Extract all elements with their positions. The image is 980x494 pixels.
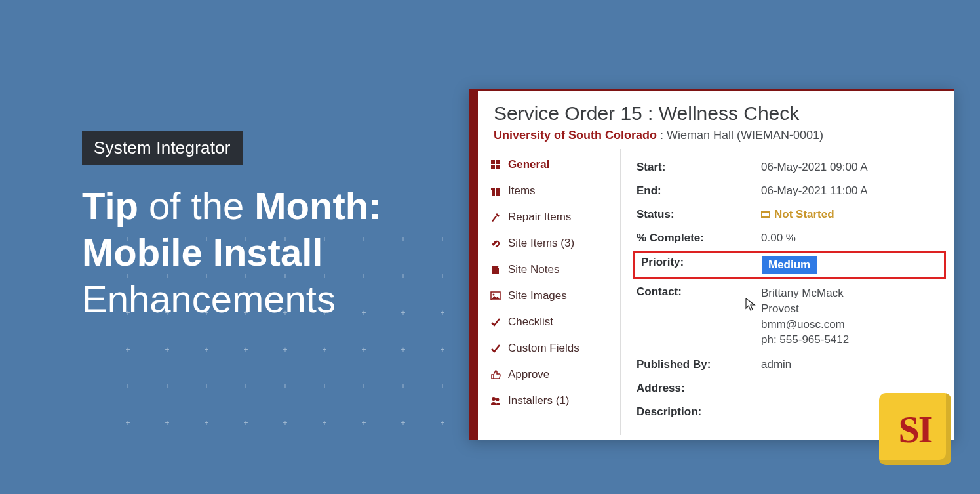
label-address: Address:	[637, 382, 761, 395]
sidebar-item-label: Installers (1)	[508, 394, 570, 407]
plus-icon: +	[439, 346, 446, 353]
plus-icon: +	[400, 236, 406, 243]
app-screenshot: Service Order 15 : Wellness Check Univer…	[469, 89, 954, 440]
plus-icon: +	[400, 383, 406, 390]
value-pct: 0.00 %	[761, 232, 954, 245]
field-status: Status: Not Started	[637, 203, 954, 226]
sidebar: GeneralItemsRepair ItemsSite Items (3)Si…	[478, 149, 621, 435]
app-header: Service Order 15 : Wellness Check Univer…	[478, 91, 954, 149]
headline-word-tip: Tip	[82, 184, 138, 227]
status-badge[interactable]: Not Started	[761, 208, 834, 221]
thumb-icon	[490, 369, 501, 381]
plus-icon: +	[203, 383, 210, 390]
sidebar-item-custom-fields[interactable]: Custom Fields	[478, 335, 620, 361]
plus-icon: +	[361, 383, 367, 390]
field-contact: Contact: Brittany McMack Provost bmm@uos…	[637, 280, 954, 353]
status-box-icon	[761, 211, 770, 218]
link-icon	[490, 237, 501, 249]
value-published: admin	[761, 358, 954, 371]
contact-title: Provost	[761, 301, 954, 317]
sidebar-item-label: Custom Fields	[508, 342, 579, 355]
breadcrumb: University of South Colorado : Wieman Ha…	[494, 129, 939, 142]
image-icon	[490, 290, 501, 302]
sidebar-item-items[interactable]: Items	[478, 178, 620, 204]
plus-icon: +	[125, 346, 131, 353]
detail-panel: Start: 06-May-2021 09:00 A End: 06-May-2…	[621, 149, 954, 435]
plus-icon: +	[439, 383, 446, 390]
sidebar-item-general[interactable]: General	[478, 152, 620, 178]
plus-icon: +	[282, 420, 288, 426]
plus-icon: +	[164, 346, 170, 353]
svg-rect-1	[496, 160, 500, 164]
svg-rect-6	[495, 186, 496, 196]
check-icon	[490, 316, 501, 328]
sidebar-item-installers-1[interactable]: Installers (1)	[478, 388, 620, 414]
svg-rect-0	[491, 160, 495, 164]
plus-icon: +	[282, 346, 288, 353]
field-priority-highlighted: Priority: Medium	[633, 251, 946, 279]
label-end: End:	[637, 184, 761, 197]
sidebar-item-site-notes[interactable]: Site Notes	[478, 257, 620, 283]
sidebar-item-site-items-3[interactable]: Site Items (3)	[478, 230, 620, 257]
org-link[interactable]: University of South Colorado	[494, 129, 657, 142]
label-pct: % Complete:	[637, 232, 761, 245]
sidebar-item-label: Checklist	[508, 316, 553, 329]
sidebar-item-approve[interactable]: Approve	[478, 361, 620, 388]
svg-rect-3	[496, 165, 500, 169]
label-description: Description:	[637, 405, 761, 419]
plus-icon: +	[282, 383, 288, 390]
check-icon	[490, 342, 501, 354]
label-published: Published By:	[637, 358, 761, 371]
plus-icon: +	[400, 310, 406, 316]
plus-icon: +	[125, 383, 131, 390]
label-contact: Contact:	[637, 285, 761, 348]
svg-point-10	[496, 398, 500, 401]
plus-icon: +	[439, 310, 446, 316]
sidebar-item-site-images[interactable]: Site Images	[478, 283, 620, 309]
field-percent-complete: % Complete: 0.00 %	[637, 226, 954, 250]
plus-icon: +	[164, 383, 170, 390]
priority-badge[interactable]: Medium	[762, 256, 817, 274]
promo-graphic: ++++++++++++++++++++++++++++++++++++++++…	[0, 0, 980, 494]
label-start: Start:	[637, 161, 761, 174]
field-end: End: 06-May-2021 11:00 A	[637, 179, 954, 203]
plus-icon: +	[321, 420, 328, 426]
grid-icon	[490, 159, 501, 171]
sidebar-item-checklist[interactable]: Checklist	[478, 309, 620, 335]
value-end: 06-May-2021 11:00 A	[761, 184, 954, 197]
svg-rect-2	[491, 165, 495, 169]
plus-icon: +	[439, 236, 446, 243]
sidebar-item-label: Site Notes	[508, 263, 559, 276]
headline-word-ofthe: of the	[138, 184, 254, 227]
svg-point-9	[492, 397, 496, 401]
sidebar-item-label: Approve	[508, 368, 549, 381]
field-published-by: Published By: admin	[637, 353, 954, 377]
gift-icon	[490, 185, 501, 197]
sidebar-item-label: Items	[508, 184, 536, 197]
plus-icon: +	[321, 383, 328, 390]
value-start: 06-May-2021 09:00 A	[761, 161, 954, 174]
field-start: Start: 06-May-2021 09:00 A	[637, 155, 954, 179]
app-body: GeneralItemsRepair ItemsSite Items (3)Si…	[478, 149, 954, 435]
plus-icon: +	[361, 346, 367, 353]
category-badge: System Integrator	[82, 131, 243, 165]
sidebar-item-label: Site Images	[508, 289, 567, 302]
status-text: Not Started	[774, 208, 834, 221]
plus-icon: +	[400, 273, 406, 279]
plus-icon: +	[125, 420, 131, 426]
value-contact: Brittany McMack Provost bmm@uosc.com ph:…	[761, 285, 954, 348]
sidebar-item-label: Repair Items	[508, 211, 571, 224]
plus-icon: +	[400, 420, 406, 426]
contact-phone: ph: 555-965-5412	[761, 332, 954, 348]
sidebar-item-repair-items[interactable]: Repair Items	[478, 204, 620, 230]
plus-icon: +	[361, 420, 367, 426]
si-logo: SI	[879, 393, 951, 465]
hammer-icon	[490, 211, 501, 223]
headline-line-3: Enhancements	[82, 276, 382, 323]
promo-headline: Tip of the Month: Mobile Install Enhance…	[82, 183, 382, 322]
plus-icon: +	[164, 420, 170, 426]
contact-name: Brittany McMack	[761, 285, 954, 301]
sidebar-item-label: Site Items (3)	[508, 237, 574, 250]
plus-icon: +	[321, 346, 328, 353]
label-priority: Priority:	[637, 256, 762, 274]
